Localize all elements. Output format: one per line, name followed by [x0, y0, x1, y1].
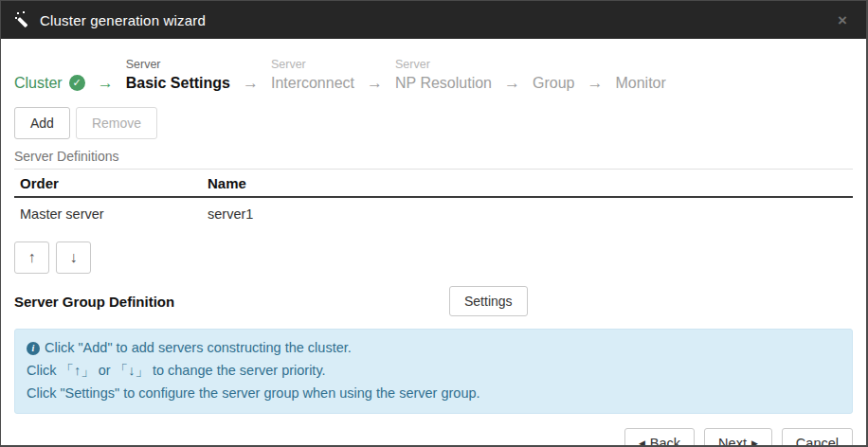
add-button[interactable]: Add [14, 107, 70, 139]
table-header-row: Order Name [14, 169, 853, 198]
step-arrow-icon: → [587, 73, 603, 93]
server-group-label: Server Group Definition [14, 294, 174, 310]
wizard-steps: Cluster ✓ → Server Basic Settings → Serv… [14, 56, 853, 93]
remove-button[interactable]: Remove [76, 107, 157, 139]
server-group-row: Server Group Definition Settings [14, 286, 853, 316]
step-sublabel: Server [395, 56, 492, 73]
move-up-button[interactable]: ↑ [14, 241, 49, 274]
step-sublabel [533, 56, 574, 73]
step-label: Interconnect [271, 73, 354, 93]
info-icon: i [27, 342, 40, 355]
dialog-titlebar: Cluster generation wizard × [1, 1, 866, 39]
cell-order: Master server [20, 206, 208, 222]
info-line: Click "Settings" to configure the server… [27, 382, 841, 404]
cluster-generation-wizard-dialog: Cluster generation wizard × Cluster ✓ → … [0, 0, 868, 447]
step-np-resolution: Server NP Resolution [395, 56, 492, 93]
step-label: Basic Settings [126, 73, 230, 93]
close-icon[interactable]: × [834, 10, 851, 30]
step-arrow-icon: → [98, 73, 114, 93]
server-definitions-caption: Server Definitions [14, 149, 853, 164]
next-button-label: Next [718, 436, 747, 447]
step-sublabel: Server [126, 56, 230, 73]
column-header-name: Name [208, 175, 246, 191]
move-down-button[interactable]: ↓ [56, 241, 91, 274]
step-cluster: Cluster ✓ [14, 56, 85, 93]
settings-button[interactable]: Settings [449, 286, 528, 316]
step-group: Group [533, 56, 574, 93]
step-arrow-icon: → [243, 73, 259, 93]
dialog-content: Cluster ✓ → Server Basic Settings → Serv… [1, 39, 866, 447]
step-sublabel: Server [271, 56, 354, 73]
next-button[interactable]: Next ▶ [704, 428, 772, 447]
step-sublabel [615, 56, 665, 73]
dialog-title: Cluster generation wizard [40, 12, 206, 28]
step-monitor: Monitor [615, 56, 665, 93]
step-complete-check-icon: ✓ [69, 75, 85, 91]
back-button-label: Back [650, 436, 680, 447]
back-arrow-icon: ◀ [639, 439, 645, 447]
server-toolbar: Add Remove [14, 107, 853, 139]
step-label: NP Resolution [395, 73, 492, 93]
server-definitions-table: Order Name Master server server1 [14, 169, 853, 229]
step-sublabel [14, 56, 85, 73]
step-arrow-icon: → [367, 73, 383, 93]
priority-controls: ↑ ↓ [14, 241, 853, 274]
step-label: Group [533, 73, 574, 93]
next-arrow-icon: ▶ [751, 439, 758, 447]
footer-buttons: ◀ Back Next ▶ Cancel [14, 428, 853, 447]
info-line: Click 「↑」 or 「↓」 to change the server pr… [27, 359, 841, 382]
cell-name: server1 [208, 206, 253, 222]
step-basic-settings: Server Basic Settings [126, 56, 230, 93]
cancel-button[interactable]: Cancel [782, 428, 853, 447]
info-box: iClick "Add" to add servers constructing… [14, 329, 853, 414]
info-line: iClick "Add" to add servers constructing… [27, 336, 841, 359]
step-label: Cluster [14, 73, 63, 93]
magic-wand-icon [14, 10, 33, 29]
step-label: Monitor [615, 73, 665, 93]
column-header-order: Order [20, 175, 208, 191]
table-row[interactable]: Master server server1 [14, 198, 853, 229]
back-button[interactable]: ◀ Back [624, 428, 695, 447]
info-text: Click "Add" to add servers constructing … [45, 340, 352, 355]
step-interconnect: Server Interconnect [271, 56, 354, 93]
step-arrow-icon: → [504, 73, 520, 93]
